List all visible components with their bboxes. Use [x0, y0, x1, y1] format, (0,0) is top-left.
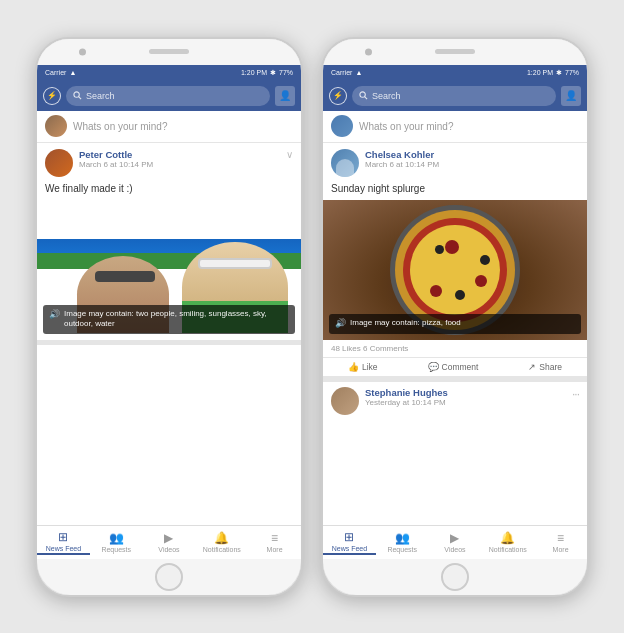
requests-icon-2: 👥: [395, 531, 410, 545]
nav-label-news-feed-1: News Feed: [46, 545, 81, 552]
nav-label-notifications-1: Notifications: [203, 546, 241, 553]
news-feed-icon-2: ⊞: [344, 530, 354, 544]
post-2-image-inner: 🔊 Image may contain: pizza, food: [323, 200, 587, 340]
messenger-icon-2[interactable]: [329, 87, 347, 105]
phone-1-screen: Carrier ▲ 1:20 PM ✱ 77%: [37, 65, 301, 525]
nav-notifications-2[interactable]: 🔔 Notifications: [481, 530, 534, 555]
phone-2-home-button[interactable]: [441, 563, 469, 591]
phone-2-fb-nav: Search: [323, 81, 587, 111]
nav-notifications-1[interactable]: 🔔 Notifications: [195, 530, 248, 555]
more-icon-1: ≡: [271, 531, 278, 545]
post-1-text: We finally made it :): [37, 181, 301, 200]
whats-on-mind-1[interactable]: Whats on your mind?: [37, 111, 301, 143]
phone-1-fb-nav: Search: [37, 81, 301, 111]
phone-1-speaker: [149, 49, 189, 54]
wifi-icon: ▲: [69, 69, 76, 76]
phone-1-camera: [79, 48, 86, 55]
whats-on-mind-text-2: Whats on your mind?: [359, 121, 454, 132]
notifications-icon-1: 🔔: [214, 531, 229, 545]
search-bar-1[interactable]: Search: [66, 86, 270, 106]
carrier-text: Carrier: [45, 69, 66, 76]
notifications-icon-2: 🔔: [500, 531, 515, 545]
comment-icon: 💬: [428, 362, 439, 372]
nav-videos-2[interactable]: ▶ Videos: [429, 530, 482, 555]
battery-text: 77%: [279, 69, 293, 76]
topping-2: [475, 275, 487, 287]
comment-label: Comment: [442, 362, 479, 372]
profile-icon-2[interactable]: [561, 86, 581, 106]
next-post-dots[interactable]: ···: [572, 387, 579, 401]
post-1-author: Peter Cottle: [79, 149, 153, 160]
status-bar-left: Carrier ▲: [45, 69, 76, 76]
nav-more-1[interactable]: ≡ More: [248, 530, 301, 555]
post-1-image: 🔊 Image may contain: two people, smiling…: [37, 200, 301, 340]
status-bar-right-2: 1:20 PM ✱ 77%: [527, 69, 579, 77]
volume-icon-1: 🔊: [49, 309, 60, 321]
nav-label-requests-2: Requests: [387, 546, 417, 553]
whats-on-mind-2[interactable]: Whats on your mind?: [323, 111, 587, 143]
search-bar-2[interactable]: Search: [352, 86, 556, 106]
messenger-icon[interactable]: [43, 87, 61, 105]
time-text: 1:20 PM: [241, 69, 267, 76]
wifi-icon-2: ▲: [355, 69, 362, 76]
search-placeholder-2: Search: [372, 91, 401, 101]
profile-icon-1[interactable]: [275, 86, 295, 106]
topping-3: [430, 285, 442, 297]
olive-1: [480, 255, 490, 265]
user-avatar-2: [331, 115, 353, 137]
status-bar-right: 1:20 PM ✱ 77%: [241, 69, 293, 77]
user-avatar-1: [45, 115, 67, 137]
phone-2: Carrier ▲ 1:20 PM ✱ 77%: [321, 37, 589, 597]
next-post-author: Stephanie Hughes: [365, 387, 566, 398]
volume-icon-2: 🔊: [335, 318, 346, 330]
comment-button[interactable]: 💬 Comment: [428, 362, 479, 372]
phone-1: Carrier ▲ 1:20 PM ✱ 77%: [35, 37, 303, 597]
bluetooth-icon: ✱: [270, 69, 276, 77]
nav-label-videos-2: Videos: [444, 546, 465, 553]
time-text-2: 1:20 PM: [527, 69, 553, 76]
phone-1-top-bar: [37, 39, 301, 65]
phone-2-bottom-bar: [323, 559, 587, 595]
svg-line-3: [365, 97, 367, 99]
post-1-header: Peter Cottle March 6 at 10:14 PM ∨: [37, 143, 301, 181]
next-post-date: Yesterday at 10:14 PM: [365, 398, 566, 407]
olive-3: [435, 245, 444, 254]
post-1-chevron[interactable]: ∨: [286, 149, 293, 160]
news-feed-icon-1: ⊞: [58, 530, 68, 544]
post-1-caption: 🔊 Image may contain: two people, smiling…: [43, 305, 295, 334]
phone-2-bottom-nav: ⊞ News Feed 👥 Requests ▶ Videos 🔔 Notifi…: [323, 525, 587, 559]
phone-1-home-button[interactable]: [155, 563, 183, 591]
post-2-avatar: [331, 149, 359, 177]
post-1: Peter Cottle March 6 at 10:14 PM ∨ We fi…: [37, 143, 301, 345]
nav-news-feed-2[interactable]: ⊞ News Feed: [323, 530, 376, 555]
nav-news-feed-1[interactable]: ⊞ News Feed: [37, 530, 90, 555]
nav-label-more-1: More: [267, 546, 283, 553]
like-icon: 👍: [348, 362, 359, 372]
nav-more-2[interactable]: ≡ More: [534, 530, 587, 555]
search-placeholder-1: Search: [86, 91, 115, 101]
caption-text-1: Image may contain: two people, smiling, …: [64, 309, 289, 330]
phone-1-bottom-nav: ⊞ News Feed 👥 Requests ▶ Videos 🔔 Notifi…: [37, 525, 301, 559]
bluetooth-icon-2: ✱: [556, 69, 562, 77]
share-button[interactable]: ↗ Share: [528, 362, 562, 372]
post-2-text: Sunday night splurge: [323, 181, 587, 200]
next-post-meta: Stephanie Hughes Yesterday at 10:14 PM: [365, 387, 566, 407]
share-label: Share: [539, 362, 562, 372]
topping-1: [445, 240, 459, 254]
nav-requests-1[interactable]: 👥 Requests: [90, 530, 143, 555]
post-1-avatar: [45, 149, 73, 177]
post-1-meta: Peter Cottle March 6 at 10:14 PM: [79, 149, 153, 169]
phone-2-screen: Carrier ▲ 1:20 PM ✱ 77%: [323, 65, 587, 525]
pizza-cheese: [410, 225, 500, 315]
phone-2-camera: [365, 48, 372, 55]
phone-1-bottom-bar: [37, 559, 301, 595]
nav-requests-2[interactable]: 👥 Requests: [376, 530, 429, 555]
post-2-caption: 🔊 Image may contain: pizza, food: [329, 314, 581, 334]
post-2-meta: Chelsea Kohler March 6 at 10:14 PM: [365, 149, 439, 169]
nav-videos-1[interactable]: ▶ Videos: [143, 530, 196, 555]
nav-label-more-2: More: [553, 546, 569, 553]
post-1-date: March 6 at 10:14 PM: [79, 160, 153, 169]
like-button[interactable]: 👍 Like: [348, 362, 378, 372]
post-2-stats: 48 Likes 6 Comments: [323, 340, 587, 358]
next-post-preview: Stephanie Hughes Yesterday at 10:14 PM ·…: [323, 382, 587, 420]
